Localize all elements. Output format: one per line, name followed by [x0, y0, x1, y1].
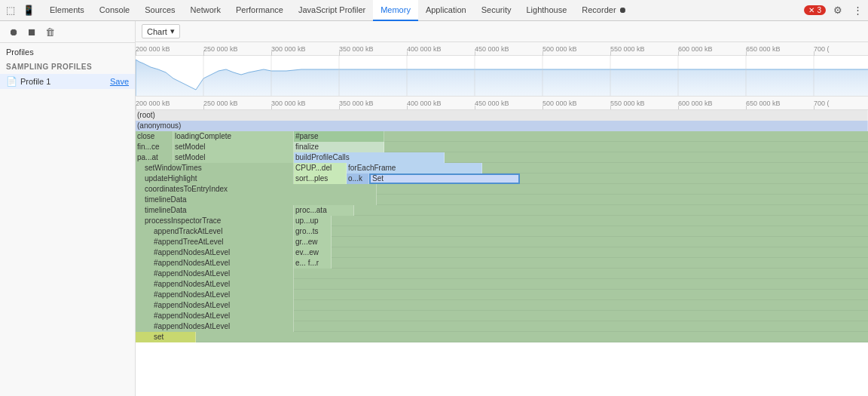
table-row[interactable]: #appendNodesAtLevel — [136, 300, 868, 311]
devtools-icon-group: ⬚ 📱 — [3, 3, 36, 18]
ruler-tick-3: 350 000 kB — [339, 42, 374, 56]
table-row[interactable]: appendTrackAtLevel gro...ts — [136, 226, 868, 237]
flame-area[interactable]: (root) (anonymous) close loadingComplete… — [136, 110, 868, 396]
table-row[interactable]: #appendNodesAtLevel e... f...r — [136, 258, 868, 269]
profile-item[interactable]: 📄 Profile 1 Save — [0, 74, 135, 89]
flame-cell-paat: pa...at — [136, 152, 173, 163]
more-options-icon[interactable]: ⋮ — [850, 3, 865, 18]
flame-cell-timelinedata2: timelineData — [136, 205, 294, 216]
flame-cell-set: set — [136, 332, 196, 342]
record-button[interactable]: ⏺ — [6, 24, 21, 39]
flame-cell-appendnodes2: #appendNodesAtLevel — [136, 258, 294, 269]
table-row[interactable]: #appendNodesAtLevel — [136, 290, 868, 300]
ruler-tick-8: 600 000 kB — [678, 42, 713, 56]
chart-select[interactable]: Chart ▾ — [142, 24, 180, 38]
ruler-tick-1: 250 000 kB — [203, 42, 238, 56]
flame-cell-appendnodes6: #appendNodesAtLevel — [136, 300, 294, 311]
flame-cell-appendnodes4: #appendNodesAtLevel — [136, 279, 294, 290]
ruler-tick-4: 400 000 kB — [407, 42, 442, 56]
tab-sources[interactable]: Sources — [137, 0, 182, 21]
flame-cell-parse: #parse — [294, 131, 384, 142]
flame-cell-close: close — [136, 131, 173, 142]
tab-recorder[interactable]: Recorder ⏺ — [574, 0, 634, 21]
table-row[interactable]: #appendNodesAtLevel — [136, 269, 868, 279]
chart-canvas — [136, 56, 868, 96]
flame-cell-grew: gr...ew — [294, 237, 332, 247]
flame-cell-upup: up...up — [294, 216, 332, 226]
delete-button[interactable]: 🗑 — [42, 24, 57, 39]
flame-cell-processinspector: processInspectorTrace — [136, 216, 294, 226]
flame-cell-grots: gro...ts — [294, 226, 332, 237]
save-link[interactable]: Save — [110, 77, 129, 86]
tab-lighthouse[interactable]: Lighthouse — [518, 0, 574, 21]
ruler-tick-b8: 600 000 kB — [678, 97, 713, 110]
profile-item-left: 📄 Profile 1 — [6, 76, 50, 87]
devtools-icon-inspect[interactable]: ⬚ — [3, 3, 18, 18]
tab-memory[interactable]: Memory — [373, 0, 418, 21]
table-row[interactable]: fin...ce setModel finalize — [136, 142, 868, 152]
main-layout: ⏺ ⏹ 🗑 Profiles SAMPLING PROFILES 📄 Profi… — [0, 21, 868, 396]
tab-js-profiler[interactable]: JavaScript Profiler — [291, 0, 373, 21]
flame-cell-fince: fin...ce — [136, 142, 173, 152]
flame-cell-ok: o...k — [347, 173, 369, 184]
error-badge: ✕ 3 — [804, 5, 826, 15]
table-row[interactable]: set — [136, 332, 868, 342]
ruler-tick-b6: 500 000 kB — [542, 97, 577, 110]
nav-tabs: Elements Console Sources Network Perform… — [42, 0, 634, 21]
flame-cell-set-highlighted[interactable]: Set — [369, 173, 520, 184]
ruler-tick-b0: 200 000 kB — [136, 97, 170, 110]
content-toolbar: Chart ▾ — [136, 21, 868, 42]
table-row[interactable]: #appendNodesAtLevel ev...ew — [136, 247, 868, 258]
table-row[interactable]: (anonymous) — [136, 121, 868, 131]
tab-network[interactable]: Network — [183, 0, 228, 21]
table-row[interactable]: processInspectorTrace up...up — [136, 216, 868, 226]
table-row[interactable]: timelineData proc...ata — [136, 205, 868, 216]
settings-icon[interactable]: ⚙ — [830, 3, 845, 18]
ruler-tick-b3: 350 000 kB — [339, 97, 374, 110]
chevron-down-icon: ▾ — [170, 26, 175, 36]
flame-cell-appendnodes3: #appendNodesAtLevel — [136, 269, 294, 279]
table-row[interactable]: updateHighlight sort...ples o...k Set — [136, 173, 868, 184]
chart-ruler-bottom: 200 000 kB 250 000 kB 300 000 kB 350 000… — [136, 96, 868, 109]
tab-security[interactable]: Security — [474, 0, 519, 21]
content-area: Chart ▾ 200 000 kB 250 000 kB 300 000 kB… — [136, 21, 868, 396]
flame-cell-efr: e... f...r — [294, 258, 332, 269]
flame-cell-evew: ev...ew — [294, 247, 332, 258]
table-row[interactable]: (root) — [136, 110, 868, 121]
top-nav: ⬚ 📱 Elements Console Sources Network Per… — [0, 0, 868, 21]
ruler-tick-b10: 700 ( — [814, 97, 830, 110]
flame-cell-root: (root) — [136, 110, 868, 121]
flame-cell-appendtrack: appendTrackAtLevel — [136, 226, 294, 237]
chart-select-label: Chart — [147, 27, 167, 36]
chart-ruler-top: 200 000 kB 250 000 kB 300 000 kB 350 000… — [136, 42, 868, 56]
tab-application[interactable]: Application — [418, 0, 474, 21]
tab-elements[interactable]: Elements — [42, 0, 92, 21]
table-row[interactable]: close loadingComplete #parse — [136, 131, 868, 142]
stop-button[interactable]: ⏹ — [24, 24, 39, 39]
tab-console[interactable]: Console — [92, 0, 137, 21]
table-row[interactable]: timelineData — [136, 195, 868, 205]
flame-cell-appendnodes7: #appendNodesAtLevel — [136, 311, 294, 321]
table-row[interactable]: setWindowTimes CPUP...del forEachFrame — [136, 163, 868, 173]
table-row[interactable]: pa...at setModel buildProfileCalls — [136, 152, 868, 163]
table-row[interactable]: coordinatesToEntryIndex — [136, 184, 868, 195]
ruler-tick-b2: 300 000 kB — [271, 97, 306, 110]
ruler-tick-0: 200 000 kB — [136, 42, 170, 56]
flame-cell-appendtree: #appendTreeAtLevel — [136, 237, 294, 247]
ruler-tick-b9: 650 000 kB — [746, 97, 781, 110]
flame-cell-appendnodes1: #appendNodesAtLevel — [136, 247, 294, 258]
flame-rows: (root) (anonymous) close loadingComplete… — [136, 110, 868, 342]
table-row[interactable]: #appendNodesAtLevel — [136, 321, 868, 332]
table-row[interactable]: #appendNodesAtLevel — [136, 279, 868, 290]
flame-cell-finalize: finalize — [294, 142, 384, 152]
tab-performance[interactable]: Performance — [228, 0, 291, 21]
ruler-tick-b7: 550 000 kB — [610, 97, 645, 110]
devtools-icon-device[interactable]: 📱 — [21, 3, 36, 18]
table-row[interactable]: #appendNodesAtLevel — [136, 311, 868, 321]
ruler-tick-2: 300 000 kB — [271, 42, 306, 56]
table-row[interactable]: #appendTreeAtLevel gr...ew — [136, 237, 868, 247]
flame-cell-procata: proc...ata — [294, 205, 354, 216]
sidebar: ⏺ ⏹ 🗑 Profiles SAMPLING PROFILES 📄 Profi… — [0, 21, 136, 396]
ruler-tick-5: 450 000 kB — [475, 42, 509, 56]
flame-cell-setwindow: setWindowTimes — [136, 163, 294, 173]
